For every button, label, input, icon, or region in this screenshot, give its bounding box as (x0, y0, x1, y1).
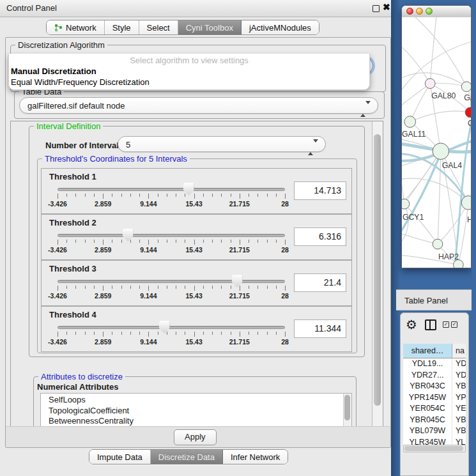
network-node-label: HAP2 (438, 252, 459, 261)
float-window-icon[interactable] (372, 5, 380, 12)
panel-title: Control Panel (6, 3, 57, 13)
tick-label: 15.43 (185, 338, 202, 346)
minimize-traffic-light-icon[interactable] (416, 8, 423, 15)
checkbox-icon[interactable]: ✓ (451, 321, 457, 328)
zoom-traffic-light-icon[interactable] (426, 8, 433, 15)
tick-label: -3.426 (48, 200, 67, 208)
checkbox-icon[interactable]: ✓ (443, 321, 449, 328)
tick-label: 9.144 (140, 200, 157, 208)
network-canvas[interactable]: GAL80GACGAL11GAL4GCY1HHAP2 (402, 17, 471, 268)
table-row[interactable]: YBL079WYBL0 (403, 426, 466, 437)
slider-ticks (58, 240, 285, 245)
network-node[interactable] (454, 260, 464, 268)
attributes-list-scrollbar[interactable] (343, 394, 351, 428)
gear-icon[interactable]: ⚙ (406, 317, 417, 332)
network-icon (54, 24, 63, 32)
desktop-right-strip (472, 0, 476, 476)
thresholds-group-title: Threshold's Coordinates for 5 Intervals (42, 155, 190, 163)
combo-arrows-icon (308, 139, 318, 155)
threshold-slider[interactable]: -3.4262.8599.14415.4321.71528 (58, 183, 285, 210)
tick-label: -3.426 (48, 338, 67, 346)
attribute-list-item[interactable]: TopologicalCoefficient (49, 406, 351, 417)
slider-ticks (58, 194, 285, 199)
numerical-attributes-list[interactable]: SelfLoopsTopologicalCoefficientBetweenne… (40, 393, 352, 428)
threshold-value-field[interactable]: 11.344 (294, 319, 346, 338)
tick-label: 15.43 (185, 200, 202, 208)
attribute-list-item[interactable]: BetweennessCentrality (49, 416, 351, 427)
threshold-label: Threshold 3 (49, 264, 96, 273)
table-row[interactable]: YPR145WYPR1 (403, 392, 466, 404)
network-node[interactable] (433, 143, 449, 160)
combo-arrows-icon (360, 101, 371, 118)
tick-label: 9.144 (140, 246, 157, 254)
table-row[interactable]: YDR27...YDR2 (403, 370, 466, 381)
network-node[interactable] (425, 79, 435, 89)
number-of-intervals-combo[interactable]: 5 (118, 136, 326, 152)
popup-option-equal-width-frequency[interactable]: Equal Width/Frequency Discretization (11, 77, 150, 87)
network-node[interactable] (433, 239, 443, 249)
tick-label: 9.144 (140, 338, 157, 346)
tab-style[interactable]: Style (105, 20, 139, 35)
popup-hint-item[interactable]: Select algorithm to view settings (9, 56, 369, 65)
network-view-window: GAL80GACGAL11GAL4GCY1HHAP2 (401, 5, 472, 268)
slider-track[interactable] (58, 280, 285, 283)
table-row[interactable]: YER054CYER0 (403, 403, 466, 415)
tab-network-label: Network (66, 23, 96, 33)
threshold-value-field[interactable]: 21.4 (294, 273, 346, 292)
threshold-slider[interactable]: -3.4262.8599.14415.4321.71528 (58, 229, 285, 256)
column-header-name[interactable]: na (452, 344, 466, 358)
apply-button[interactable]: Apply (174, 429, 217, 445)
threshold-slider[interactable]: -3.4262.8599.14415.4321.71528 (58, 321, 285, 348)
tab-select[interactable]: Select (139, 20, 178, 35)
tick-label: 15.43 (185, 292, 202, 300)
close-traffic-light-icon[interactable] (406, 8, 413, 15)
attribute-list-item[interactable]: SelfLoops (49, 395, 351, 406)
tick-label: 2.859 (95, 338, 111, 346)
table-row[interactable]: YDL19...YDL1 (403, 358, 466, 370)
threshold-value-field[interactable]: 6.316 (294, 227, 346, 246)
tick-label: 28 (281, 200, 289, 208)
network-window-titlebar[interactable] (402, 6, 471, 18)
popup-option-manual-discretization[interactable]: Manual Discretization (11, 66, 96, 76)
table-row[interactable]: YLR345WYLR3 (403, 437, 466, 445)
table-panel-titlebar: Table Panel (396, 289, 472, 311)
threshold-label: Threshold 2 (49, 218, 96, 227)
slider-track[interactable] (58, 234, 285, 237)
network-node[interactable] (461, 82, 471, 92)
network-node-label: GA (464, 93, 471, 102)
table-horizontal-scrollbar[interactable] (403, 445, 466, 452)
table-data-combo[interactable]: galFiltered.sif default node (19, 97, 378, 114)
tick-label: 28 (281, 338, 289, 346)
network-node[interactable] (402, 199, 410, 209)
network-node[interactable] (404, 116, 416, 128)
tick-label: 2.859 (95, 292, 111, 300)
tick-label: 28 (281, 292, 289, 300)
tick-label: -3.426 (48, 246, 67, 254)
close-icon[interactable]: ✖ (383, 2, 390, 12)
threshold-value-field[interactable]: 14.713 (294, 181, 346, 200)
tab-discretize-data[interactable]: Discretize Data (151, 450, 223, 464)
network-node-label: GAL80 (431, 91, 456, 100)
tab-jactivemnodules[interactable]: jActiveMNodules (242, 20, 319, 35)
threshold-row-1: Threshold 1-3.4262.8599.14415.4321.71528… (41, 168, 352, 214)
slider-track[interactable] (58, 326, 285, 329)
threshold-slider[interactable]: -3.4262.8599.14415.4321.71528 (58, 275, 285, 302)
threshold-label: Threshold 1 (49, 172, 96, 181)
bottom-tab-bar: Impute Data Discretize Data Infer Networ… (89, 449, 288, 464)
split-column-icon[interactable] (425, 319, 436, 330)
slider-track[interactable] (58, 188, 285, 191)
tab-network[interactable]: Network (47, 20, 105, 35)
network-node-label: GAL4 (442, 161, 463, 170)
table-row[interactable]: YBR045CYBR0 (403, 415, 466, 426)
tab-cyni-toolbox[interactable]: Cyni Toolbox (178, 20, 242, 35)
column-header-shared-name[interactable]: shared… (403, 344, 452, 358)
tab-infer-network[interactable]: Infer Network (223, 450, 288, 464)
tab-impute-data[interactable]: Impute Data (89, 450, 151, 464)
tick-label: 21.715 (229, 200, 250, 208)
node-attribute-table[interactable]: shared… na YDL19...YDL1YDR27...YDR2YBR04… (403, 344, 466, 445)
table-panel-title: Table Panel (404, 296, 448, 305)
network-node-label: GAL11 (402, 130, 426, 139)
threshold-label: Threshold 4 (49, 310, 96, 319)
settings-vertical-scrollbar[interactable] (372, 121, 383, 427)
table-row[interactable]: YBR043CYBR0 (403, 381, 466, 392)
